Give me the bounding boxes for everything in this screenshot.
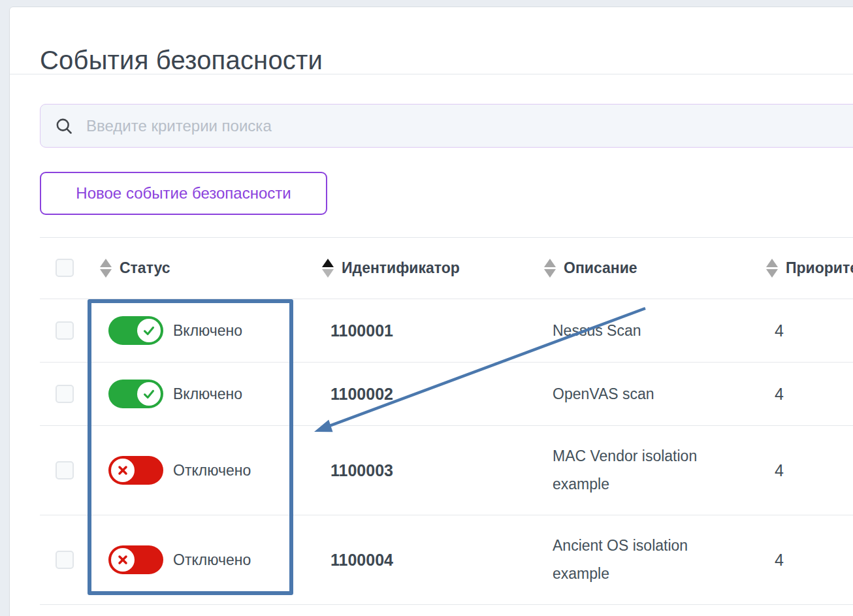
table-row: Отключено 1100004 Ancient OS isolation e… [40, 515, 853, 605]
title-divider [10, 74, 853, 74]
priority-cell: 4 [766, 461, 853, 480]
description-cell: Ancient OS isolation example [544, 532, 766, 588]
priority-cell: 4 [766, 321, 853, 340]
sort-arrows-icon[interactable] [766, 259, 778, 278]
check-icon [142, 387, 156, 401]
sort-arrows-icon[interactable] [100, 259, 112, 278]
table-body: Включено 1100001 Nessus Scan 4 [40, 299, 853, 605]
check-icon [142, 323, 156, 338]
identifier-cell: 1100004 [322, 551, 544, 570]
search-box[interactable] [40, 104, 853, 148]
identifier-cell: 1100002 [322, 385, 544, 404]
status-cell: Отключено [100, 456, 322, 485]
identifier-cell: 1100001 [322, 321, 544, 340]
row-checkbox[interactable] [56, 321, 74, 340]
status-label: Отключено [173, 551, 251, 569]
column-header-identifier[interactable]: Идентификатор [322, 259, 544, 278]
table-row: Включено 1100002 OpenVAS scan 4 [40, 363, 853, 426]
status-label: Отключено [173, 462, 251, 479]
table-header-row: Статус Идентификатор Описание Приоритет [40, 237, 853, 299]
search-icon [55, 117, 73, 135]
table-row: Отключено 1100003 MAC Vendor isolation e… [40, 426, 853, 515]
security-events-table: Статус Идентификатор Описание Приоритет [40, 237, 853, 605]
row-checkbox[interactable] [56, 551, 74, 569]
description-cell: OpenVAS scan [544, 380, 766, 408]
status-label: Включено [173, 385, 242, 403]
identifier-cell: 1100003 [322, 461, 544, 480]
status-toggle[interactable] [108, 545, 163, 574]
row-checkbox[interactable] [56, 461, 74, 479]
status-toggle[interactable] [108, 316, 163, 345]
description-cell: Nessus Scan [544, 317, 766, 345]
sort-arrows-icon[interactable] [322, 259, 334, 278]
column-header-priority[interactable]: Приоритет [766, 259, 853, 278]
status-cell: Включено [100, 380, 322, 408]
new-security-event-button[interactable]: Новое событие безопасности [40, 172, 327, 215]
column-header-status[interactable]: Статус [100, 259, 322, 278]
description-cell: MAC Vendor isolation example [544, 442, 766, 498]
priority-cell: 4 [766, 551, 853, 570]
select-all-checkbox[interactable] [56, 259, 74, 277]
status-cell: Отключено [100, 545, 322, 574]
priority-cell: 4 [766, 385, 853, 404]
status-toggle[interactable] [108, 456, 163, 485]
x-icon [116, 464, 129, 477]
table-row: Включено 1100001 Nessus Scan 4 [40, 299, 853, 363]
x-icon [116, 553, 129, 566]
column-header-description[interactable]: Описание [544, 259, 766, 278]
search-input[interactable] [85, 116, 853, 136]
status-toggle[interactable] [108, 380, 163, 408]
status-label: Включено [173, 322, 242, 340]
page-title: События безопасности [40, 46, 323, 75]
row-checkbox[interactable] [56, 385, 74, 403]
sort-arrows-icon[interactable] [544, 259, 556, 278]
status-cell: Включено [100, 316, 322, 345]
security-events-card: События безопасности Новое событие безоп… [9, 7, 853, 616]
